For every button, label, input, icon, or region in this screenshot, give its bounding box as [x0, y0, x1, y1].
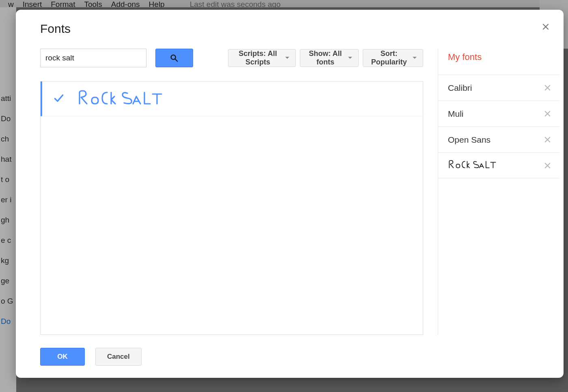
font-preview-rock-salt	[77, 89, 170, 109]
search-button[interactable]	[155, 49, 193, 67]
chevron-down-icon	[348, 56, 353, 60]
my-font-rock-salt[interactable]	[438, 152, 559, 178]
close-icon	[542, 23, 549, 30]
font-result-rock-salt[interactable]	[41, 81, 423, 116]
my-font-open-sans[interactable]: Open Sans	[438, 126, 559, 152]
remove-font-button[interactable]	[544, 163, 551, 169]
font-preview-rock-salt-small	[448, 159, 501, 170]
chevron-down-icon	[285, 56, 290, 60]
remove-font-button[interactable]	[544, 111, 551, 117]
cancel-button[interactable]: Cancel	[95, 348, 142, 366]
left-pane: Scripts: All Scripts Show: All fonts Sor…	[40, 49, 423, 335]
svg-line-1	[175, 59, 178, 62]
dialog-footer: OK Cancel	[16, 335, 564, 366]
chevron-down-icon	[412, 56, 417, 60]
check-icon	[54, 94, 64, 104]
show-filter[interactable]: Show: All fonts	[300, 49, 359, 67]
my-font-muli[interactable]: Muli	[438, 101, 559, 126]
sort-filter[interactable]: Sort: Popularity	[363, 49, 423, 67]
ok-button[interactable]: OK	[40, 348, 85, 366]
search-icon	[170, 54, 179, 62]
close-button[interactable]	[538, 19, 553, 34]
scripts-filter[interactable]: Scripts: All Scripts	[228, 49, 296, 67]
my-fonts-heading: My fonts	[438, 49, 559, 75]
font-results-list[interactable]	[40, 81, 423, 335]
dialog-title: Fonts	[16, 22, 564, 40]
my-fonts-pane: My fonts Calibri Muli Open Sans	[438, 49, 559, 335]
remove-font-button[interactable]	[544, 137, 551, 143]
my-font-label	[448, 159, 501, 172]
search-filter-row: Scripts: All Scripts Show: All fonts Sor…	[40, 49, 423, 67]
my-font-label: Open Sans	[448, 135, 491, 145]
my-font-label: Muli	[448, 109, 464, 119]
font-search-input[interactable]	[40, 49, 146, 67]
fonts-dialog: Fonts Scripts: All Scripts Show: All fon…	[16, 10, 564, 378]
my-font-label: Calibri	[448, 83, 472, 93]
remove-font-button[interactable]	[544, 85, 551, 91]
my-font-calibri[interactable]: Calibri	[438, 75, 559, 101]
